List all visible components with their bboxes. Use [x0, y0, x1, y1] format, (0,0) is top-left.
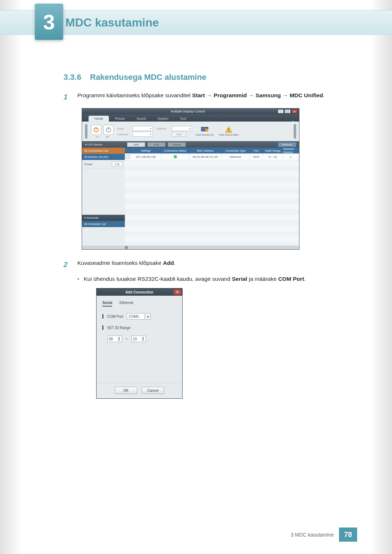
group-label: Group: [84, 163, 92, 166]
fault-alert-icon[interactable]: [225, 126, 233, 133]
mdc-title: Multiple Display Control: [98, 110, 278, 113]
mute-button[interactable]: Mute: [172, 132, 186, 137]
refresh-button[interactable]: Refresh: [278, 142, 296, 147]
table-row[interactable]: 107.108.89.126 40-61-86-4E-FC-65 Etherne…: [125, 153, 299, 160]
t: Samsung: [256, 92, 281, 98]
step-2: 2 Kuvaseadme lisamiseks klõpsake Add.: [64, 258, 348, 271]
field-marker: [102, 314, 103, 319]
cell-detected: 1: [283, 153, 299, 160]
com-port-select[interactable]: COM1 ▾: [127, 313, 151, 320]
chevron-down-icon: ▾: [146, 313, 151, 320]
dialog-close-button[interactable]: ✕: [174, 290, 181, 295]
tab-home[interactable]: Home: [89, 116, 109, 122]
svg-rect-8: [228, 128, 229, 130]
footer-text: 3 MDC kasutamine: [286, 529, 339, 541]
input-select[interactable]: ▾: [132, 126, 153, 131]
off-label: Off: [106, 136, 109, 138]
channel-select[interactable]: ▾: [132, 132, 153, 137]
add-connection-dialog: Add Connection ✕ Serial Ethernet COM Por…: [96, 288, 183, 399]
volume-label: Volume: [156, 127, 170, 130]
close-button[interactable]: ✕: [291, 109, 298, 114]
t: Programmi käivitamiseks klõpsake suvandi…: [77, 92, 192, 98]
power-on-icon[interactable]: [91, 125, 101, 135]
mdc-window: Multiple Display Control – ◻ ✕ Home Pict…: [82, 108, 299, 250]
fault-device-icon[interactable]: [201, 126, 209, 133]
col-checkbox[interactable]: [125, 148, 131, 153]
tab-tool[interactable]: Tool: [174, 116, 192, 122]
grid-empty-rows: [125, 160, 299, 246]
group-row: Group Edit: [82, 160, 125, 168]
setid-range-label: SET ID Range: [107, 326, 130, 330]
t: Programmid: [214, 92, 247, 98]
com-port-label: COM Port: [107, 315, 123, 319]
tab-picture[interactable]: Picture: [109, 116, 131, 122]
delete-button[interactable]: Delete: [168, 142, 186, 147]
svg-rect-3: [108, 128, 109, 130]
t: →: [281, 92, 290, 98]
page-number: 78: [339, 528, 357, 542]
dialog-title: Add Connection ✕: [97, 288, 182, 296]
chapter-badge: 3: [35, 4, 63, 40]
svg-rect-9: [228, 131, 229, 132]
schedule-toggle[interactable]: ▾ Schedule: [82, 215, 125, 221]
t: .: [323, 92, 324, 98]
cell-port: 1515: [250, 153, 263, 160]
power-off-icon[interactable]: [103, 125, 114, 135]
group-edit-button[interactable]: Edit: [112, 162, 123, 166]
edit-button[interactable]: Edit: [147, 142, 166, 147]
cancel-button[interactable]: Cancel: [142, 387, 164, 394]
step-2-number: 2: [64, 258, 71, 271]
fault-alert-label: Fault Device Alert: [219, 134, 238, 136]
ok-button[interactable]: OK: [115, 387, 137, 394]
t: MDC Unified: [290, 92, 323, 98]
on-label: On: [96, 136, 99, 138]
step-1-text: Programmi käivitamiseks klõpsake suvandi…: [77, 91, 324, 103]
t: ja määrake: [247, 276, 278, 282]
range-to-value: 10: [133, 337, 137, 341]
tab-ethernet[interactable]: Ethernet: [119, 301, 133, 307]
device-grid: Settings Connection Status MAC Address C…: [125, 148, 299, 246]
fault-device-label: Fault Device (0): [196, 134, 213, 136]
col-connection-type: Connection Type: [221, 148, 250, 153]
t: Kuvaseadme lisamiseks klõpsake: [77, 260, 163, 266]
t: COM Port: [278, 276, 304, 282]
section-title-text: Rakendusega MDC alustamine: [90, 73, 206, 82]
com-port-value: COM1: [127, 313, 145, 320]
tab-sound[interactable]: Sound: [131, 116, 152, 122]
channel-label: Channel: [117, 133, 130, 136]
tab-system[interactable]: System: [152, 116, 174, 122]
step-1-number: 1: [64, 91, 71, 103]
maximize-button[interactable]: ◻: [285, 109, 291, 114]
cell-ctype: Ethernet: [221, 153, 250, 160]
lfd-device-toggle[interactable]: ▾ LFD Device: [85, 143, 125, 146]
add-button[interactable]: Add: [127, 142, 145, 147]
page-footer: 3 MDC kasutamine 78: [286, 528, 357, 542]
all-schedule-list[interactable]: All Schedule List: [82, 221, 125, 227]
range-from-stepper[interactable]: 00▲▼: [107, 336, 122, 342]
volume-select[interactable]: ▸: [172, 126, 192, 131]
step-2-bullet: • Kui ühendus luuakse RS232C-kaabli kaud…: [77, 276, 348, 282]
range-to-stepper[interactable]: 10▲▼: [131, 336, 146, 342]
mdc-titlebar: Multiple Display Control – ◻ ✕: [82, 108, 299, 114]
right-handle[interactable]: [294, 124, 296, 139]
t: .: [304, 276, 306, 282]
mdc-actionbar: ▾ LFD Device Add Edit Delete Refresh: [82, 141, 299, 148]
status-connected-icon: [174, 155, 177, 158]
t: .: [174, 260, 175, 266]
all-connection-list[interactable]: All Connection List: [82, 148, 125, 154]
tab-serial[interactable]: Serial: [102, 301, 112, 307]
mdc-toolbar: OnOff Input ▾ Channel ▾ Volume ▸ Mute: [82, 122, 299, 141]
cell-settings: 107.108.89.126: [131, 153, 161, 160]
mdc-sidebar: All Connection List All Device List (01)…: [82, 148, 125, 246]
cell-mac: 40-61-86-4E-FC-65: [189, 153, 221, 160]
row-checkbox[interactable]: [126, 155, 129, 159]
col-settings: Settings: [131, 148, 161, 153]
range-sep: ~: [126, 337, 128, 341]
section-number: 3.3.6: [64, 73, 81, 82]
all-device-list[interactable]: All Device List (01): [82, 154, 125, 160]
minimize-button[interactable]: –: [278, 109, 284, 114]
input-label: Input: [117, 127, 130, 130]
horizontal-scrollbar[interactable]: [82, 246, 299, 249]
left-handle[interactable]: [85, 124, 87, 139]
step-2-text: Kuvaseadme lisamiseks klõpsake Add.: [77, 258, 176, 271]
